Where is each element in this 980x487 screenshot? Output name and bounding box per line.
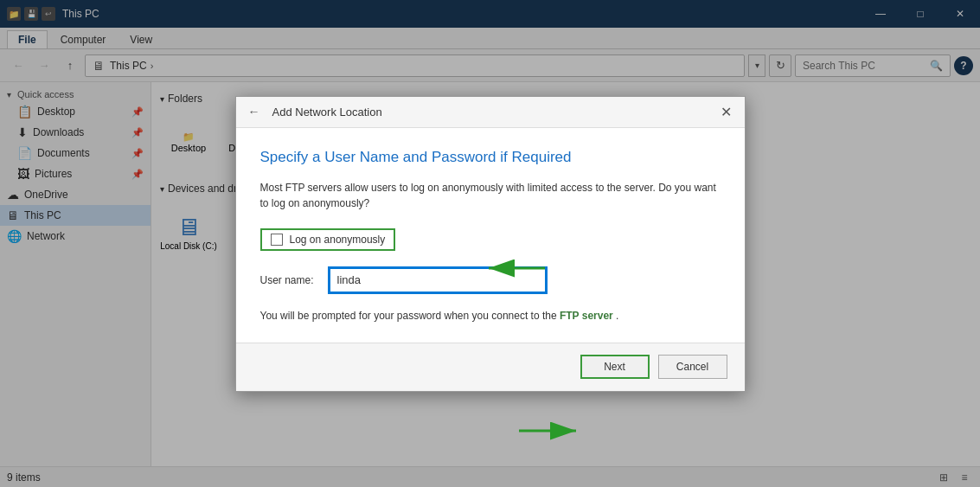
modal-overlay: ← Add Network Location ✕ Specify a User … [0, 0, 980, 487]
dialog-description: Most FTP servers allow users to log on a… [260, 180, 721, 211]
dialog-heading: Specify a User Name and Password if Requ… [260, 149, 721, 166]
next-button[interactable]: Next [580, 355, 650, 379]
anon-label: Log on anonymously [290, 234, 386, 246]
username-row: User name: [260, 268, 721, 292]
dialog-note: You will be prompted for your password w… [260, 310, 721, 322]
username-input[interactable] [330, 268, 546, 292]
explorer-window: 📁 💾 ↩ This PC — □ ✕ File Computer View ←… [0, 0, 980, 487]
dialog-title-bar: ← Add Network Location ✕ [236, 97, 745, 128]
dialog: ← Add Network Location ✕ Specify a User … [235, 96, 746, 392]
dialog-back-button[interactable]: ← [243, 100, 266, 123]
dialog-close-button[interactable]: ✕ [715, 100, 738, 123]
dialog-title-text: Add Network Location [272, 106, 715, 119]
dialog-footer: Next Cancel [236, 343, 745, 391]
dialog-body: Specify a User Name and Password if Requ… [236, 128, 745, 343]
note-period: . [616, 310, 618, 322]
note-text: You will be prompted for your password w… [260, 310, 557, 322]
anon-checkbox[interactable] [271, 234, 283, 246]
anon-checkbox-row: Log on anonymously [260, 228, 396, 251]
username-input-wrap [330, 268, 546, 292]
cancel-button[interactable]: Cancel [658, 355, 727, 379]
username-label: User name: [260, 274, 330, 286]
ftp-text: FTP server [560, 310, 613, 322]
